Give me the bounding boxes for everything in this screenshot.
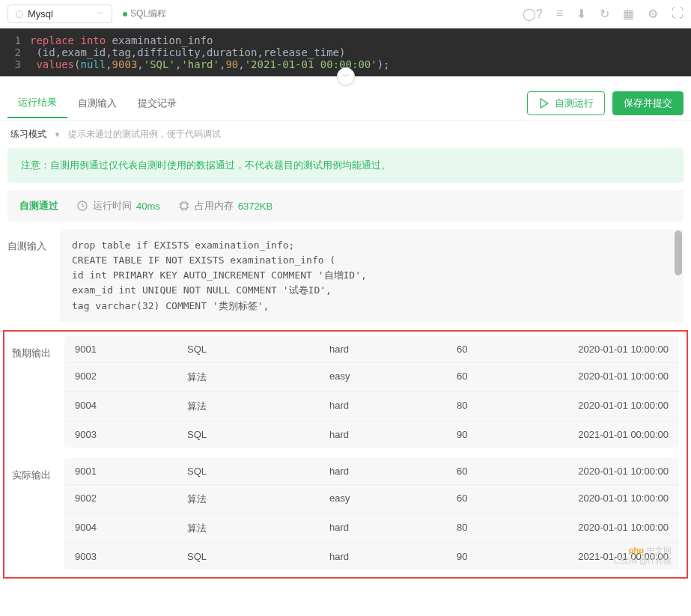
code-line[interactable]: 2 (id,exam_id,tag,difficulty,duration,re… <box>0 46 691 58</box>
mode-row: 练习模式 ▼ 提示未通过的测试用例，便于代码调试 <box>0 121 691 148</box>
table-cell: hard <box>329 400 457 413</box>
run-button-label: 自测运行 <box>555 97 594 110</box>
memory-value: 6372KB <box>238 201 273 212</box>
scroll-thumb[interactable] <box>675 231 682 275</box>
svg-rect-1 <box>181 203 187 209</box>
status-memory: 占用内存 6372KB <box>178 199 273 213</box>
submit-button[interactable]: 保存并提交 <box>612 91 684 115</box>
self-input-label: 自测输入 <box>7 229 60 323</box>
help-icon[interactable]: ◯? <box>523 7 543 21</box>
expected-output-section: 预期输出 9001SQLhard602020-01-01 10:00:00900… <box>12 336 679 448</box>
fullscreen-icon[interactable]: ⛶ <box>672 7 684 21</box>
notice-banner: 注意：自测用例通过仅代表自测时使用的数据通过，不代表题目的测试用例均能通过。 <box>7 148 684 183</box>
tab-self-input[interactable]: 自测输入 <box>67 89 127 118</box>
chip-icon <box>178 200 190 212</box>
table-row: 9001SQLhard602020-01-01 10:00:00 <box>64 458 679 485</box>
table-cell: 80 <box>457 522 532 535</box>
radio-indicator <box>16 10 23 18</box>
table-cell: 9001 <box>75 344 187 355</box>
table-cell: SQL <box>187 344 329 355</box>
table-row: 9003SQLhard902021-01-01 00:00:00 <box>64 543 679 570</box>
watermark: php中文网 CSDN @IT邦德 <box>614 545 672 567</box>
table-cell: 算法 <box>187 400 329 413</box>
gutter: 2 <box>0 46 30 58</box>
table-cell: 2021-01-01 00:00:00 <box>532 429 669 440</box>
watermark-site: 中文网 <box>647 546 672 555</box>
tab-run-result[interactable]: 运行结果 <box>7 88 67 118</box>
runtime-label: 运行时间 <box>93 199 132 213</box>
table-cell: 9003 <box>75 551 187 562</box>
toolbar-icons: ◯? ≡ ⬇ ↻ ▦ ⚙ ⛶ <box>523 7 684 21</box>
table-cell: 2020-01-01 10:00:00 <box>532 400 669 413</box>
gear-icon[interactable]: ⚙ <box>648 7 658 21</box>
play-icon <box>538 97 550 109</box>
mode-label[interactable]: 练习模式 <box>10 128 46 141</box>
code-content[interactable]: replace into examination_info <box>30 34 213 46</box>
table-row: 9002算法easy602020-01-01 10:00:00 <box>64 485 679 514</box>
runtime-value: 40ms <box>136 201 160 212</box>
table-cell: 9002 <box>75 370 187 384</box>
code-content[interactable]: (id,exam_id,tag,difficulty,duration,rele… <box>30 46 345 58</box>
table-cell: hard <box>329 522 457 535</box>
download-icon[interactable]: ⬇ <box>576 7 586 21</box>
lang-label: SQL编程 <box>130 7 166 20</box>
table-row: 9004算法hard802020-01-01 10:00:00 <box>64 514 679 543</box>
input-line: id int PRIMARY KEY AUTO_INCREMENT COMMEN… <box>72 268 672 283</box>
table-row: 9001SQLhard602020-01-01 10:00:00 <box>64 336 679 363</box>
gutter: 1 <box>0 34 30 46</box>
lang-indicator[interactable]: SQL编程 <box>123 7 166 20</box>
expected-table: 9001SQLhard602020-01-01 10:00:009002算法ea… <box>64 336 679 448</box>
input-line: exam_id int UNIQUE NOT NULL COMMENT '试卷I… <box>72 283 672 298</box>
table-cell: 60 <box>457 344 532 355</box>
table-cell: easy <box>329 493 457 506</box>
status-box: 自测通过 运行时间 40ms 占用内存 6372KB <box>7 190 684 222</box>
table-cell: 60 <box>457 466 532 477</box>
layout-icon[interactable]: ▦ <box>623 7 634 21</box>
run-button[interactable]: 自测运行 <box>527 91 605 115</box>
db-select-value: Mysql <box>28 8 53 19</box>
table-cell: SQL <box>187 466 329 477</box>
table-cell: 60 <box>457 493 532 506</box>
status-pass: 自测通过 <box>19 199 58 213</box>
chevron-down-icon[interactable]: ▼ <box>54 131 61 138</box>
code-editor[interactable]: 1replace into examination_info2 (id,exam… <box>0 28 691 76</box>
table-cell: 2020-01-01 10:00:00 <box>532 344 669 355</box>
expected-label: 预期输出 <box>12 336 64 448</box>
table-cell: hard <box>329 344 457 355</box>
db-select[interactable]: Mysql ﹀ <box>7 4 112 23</box>
table-cell: 算法 <box>187 522 329 535</box>
table-cell: 9004 <box>75 522 187 535</box>
table-cell: 80 <box>457 400 532 413</box>
self-input-box[interactable]: drop table if EXISTS examination_info;CR… <box>60 229 684 323</box>
submit-button-label: 保存并提交 <box>624 97 672 110</box>
table-cell: hard <box>329 551 457 562</box>
refresh-icon[interactable]: ↻ <box>600 7 609 21</box>
table-cell: 算法 <box>187 370 329 384</box>
actual-table: 9001SQLhard602020-01-01 10:00:009002算法ea… <box>64 458 679 570</box>
table-cell: 2020-01-01 10:00:00 <box>532 466 669 477</box>
watermark-credit: CSDN @IT邦德 <box>614 555 672 566</box>
watermark-logo: php <box>629 546 644 555</box>
status-runtime: 运行时间 40ms <box>76 199 160 213</box>
code-content[interactable]: values(null,9003,'SQL','hard',90,'2021-0… <box>30 58 390 70</box>
table-cell: easy <box>329 370 457 384</box>
top-bar: Mysql ﹀ SQL编程 ◯? ≡ ⬇ ↻ ▦ ⚙ ⛶ <box>0 0 691 28</box>
memory-label: 占用内存 <box>195 199 234 213</box>
collapse-handle[interactable]: ﹀ <box>337 67 355 85</box>
chevron-down-icon: ﹀ <box>97 9 104 19</box>
code-line[interactable]: 1replace into examination_info <box>0 34 691 46</box>
table-row: 9003SQLhard902021-01-01 00:00:00 <box>64 421 679 448</box>
clock-icon <box>76 200 88 212</box>
list-icon[interactable]: ≡ <box>556 7 563 21</box>
actual-output-section: 实际输出 9001SQLhard602020-01-01 10:00:00900… <box>12 458 679 570</box>
mode-hint: 提示未通过的测试用例，便于代码调试 <box>68 128 221 141</box>
scrollbar[interactable] <box>673 231 682 321</box>
input-line: drop table if EXISTS examination_info; <box>72 238 672 253</box>
actual-label: 实际输出 <box>12 458 64 570</box>
table-cell: 60 <box>457 370 532 384</box>
tab-submit-history[interactable]: 提交记录 <box>127 89 187 118</box>
table-cell: 9003 <box>75 429 187 440</box>
table-cell: SQL <box>187 429 329 440</box>
table-cell: 9001 <box>75 466 187 477</box>
table-cell: hard <box>329 466 457 477</box>
